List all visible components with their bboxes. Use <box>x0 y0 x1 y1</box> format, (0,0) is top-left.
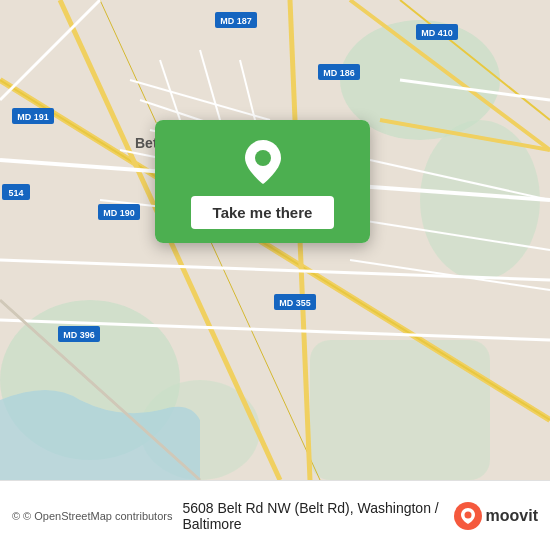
moovit-icon <box>454 502 482 530</box>
osm-text-label: © OpenStreetMap contributors <box>23 510 172 522</box>
map-container: Bethesda MD 187 MD 410 MD 191 MD 186 514… <box>0 0 550 480</box>
moovit-text: moovit <box>486 507 538 525</box>
svg-text:MD 186: MD 186 <box>323 68 355 78</box>
location-popup: Take me there <box>155 120 370 243</box>
location-pin-icon <box>245 140 281 184</box>
svg-text:MD 187: MD 187 <box>220 16 252 26</box>
svg-text:MD 355: MD 355 <box>279 298 311 308</box>
copyright-symbol: © <box>12 510 20 522</box>
svg-text:MD 396: MD 396 <box>63 330 95 340</box>
svg-rect-5 <box>310 340 490 480</box>
address-label: 5608 Belt Rd NW (Belt Rd), Washington / … <box>172 500 453 532</box>
svg-text:MD 410: MD 410 <box>421 28 453 38</box>
moovit-logo: moovit <box>454 502 538 530</box>
popup-green-header: Take me there <box>155 120 370 243</box>
osm-attribution: © © OpenStreetMap contributors <box>12 510 172 522</box>
svg-point-25 <box>464 511 471 518</box>
svg-text:MD 191: MD 191 <box>17 112 49 122</box>
svg-point-23 <box>255 150 271 166</box>
bottom-bar: © © OpenStreetMap contributors 5608 Belt… <box>0 480 550 550</box>
svg-text:MD 190: MD 190 <box>103 208 135 218</box>
take-me-there-button[interactable]: Take me there <box>191 196 335 229</box>
svg-text:514: 514 <box>8 188 23 198</box>
